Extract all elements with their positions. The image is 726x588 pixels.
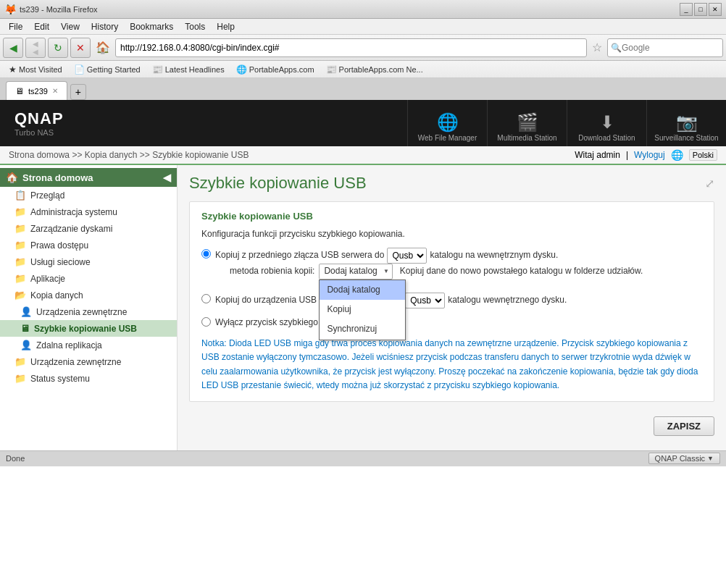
sidebar-item-uslugi[interactable]: 📁 Usługi sieciowe [0,253,177,270]
qnap-header: QNAP Turbo NAS 🌐 Web File Manager 🎬 Mult… [0,100,726,146]
sidebar-home[interactable]: 🏠 Strona domowa ◀ [0,168,177,187]
sidebar-item-urzadzenia-ext1[interactable]: 👤 Urządzenia zewnętrzne [0,303,177,320]
web-file-manager-icon: 🌐 [437,112,459,133]
menu-edit[interactable]: Edit [28,20,55,33]
bookmark-getting-started[interactable]: 📄 Getting Started [70,63,145,76]
option1-label-after: katalogu na wewnętrznym dysku. [430,248,558,262]
sidebar-item-label: Prawa dostępu [30,240,88,251]
bookmark-label: PortableApps.com [249,65,314,74]
usb-copy-icon: 🖥 [20,323,30,334]
stop-button[interactable]: ✕ [70,38,91,58]
dropdown-item-synchronizuj[interactable]: Synchronizuj [320,319,405,339]
nav-item-label: Web File Manager [418,134,477,142]
home-button[interactable]: 🏠 [93,38,113,58]
sidebar-item-label: Urządzenia zewnętrzne [36,307,127,317]
option1-folder-select[interactable]: Qusb [387,248,427,264]
main-area: 🏠 Strona domowa ◀ 📋 Przegląd 📁 Administr… [0,165,726,450]
bookmark-latest-headlines[interactable]: 📰 Latest Headlines [148,63,229,76]
language-selector[interactable]: Polski [689,149,717,161]
menu-file[interactable]: File [3,20,28,33]
bookmark-label: Most Visited [19,65,62,74]
menu-help[interactable]: Help [211,20,241,33]
sidebar-item-label: Szybkie kopiowanie USB [34,324,137,334]
sidebar-item-aplikacje[interactable]: 📁 Aplikacje [0,270,177,287]
bookmark-portableapps-ne[interactable]: 📰 PortableApps.com Ne... [322,63,427,76]
menu-tools[interactable]: Tools [179,20,211,33]
tab-close-icon[interactable]: ✕ [52,87,58,95]
sidebar-item-dyski[interactable]: 📁 Zarządzanie dyskami [0,220,177,237]
close-button[interactable]: ✕ [709,3,722,16]
uslugi-icon: 📁 [14,256,26,267]
sidebar-item-label: Status systemu [30,374,90,384]
address-bar[interactable] [115,38,587,57]
nav-item-label: Download Station [578,134,635,142]
sidebar-item-administracja[interactable]: 📁 Administracja systemu [0,203,177,220]
note-text: Notka: Dioda LED USB miga gdy trwa proce… [201,337,702,392]
sidebar-item-status[interactable]: 📁 Status systemu [0,370,177,387]
tabs-bar: 🖥 ts239 ✕ + [0,78,726,100]
option2-folder-select[interactable]: Qusb [405,293,445,308]
nav-download-station[interactable]: ⬇ Download Station [567,100,646,146]
sidebar-collapse-icon[interactable]: ◀ [163,172,171,183]
method-desc: Kopiuj dane do nowo powstałego katalogu … [400,264,643,278]
menu-bar: File Edit View History Bookmarks Tools H… [0,19,726,35]
maximize-button[interactable]: □ [694,3,707,16]
url-input[interactable] [120,43,582,53]
nav-item-label: Multimedia Station [497,134,556,142]
sidebar-item-label: Aplikacje [30,274,65,284]
sidebar-item-urzadzenia-ext2[interactable]: 📁 Urządzenia zewnętrzne [0,353,177,370]
forward-button[interactable]: ◀◀ [25,38,46,58]
sidebar-item-zdalna[interactable]: 👤 Zdalna replikacja [0,337,177,353]
bookmark-portableapps[interactable]: 🌐 PortableApps.com [232,63,319,76]
menu-bookmarks[interactable]: Bookmarks [124,20,179,33]
option2-label-after: katalogu wewnętrznego dysku. [448,293,567,307]
method-dropdown-btn[interactable]: Dodaj katalog [319,264,392,280]
bookmark-label: Latest Headlines [165,65,225,74]
new-tab-button[interactable]: + [70,84,86,100]
menu-history[interactable]: History [85,20,124,33]
minimize-button[interactable]: _ [680,3,693,16]
bookmark-star[interactable]: ☆ [592,41,602,54]
bookmark-label: Getting Started [87,65,141,74]
logout-link[interactable]: Wyloguj [634,150,665,160]
expand-icon[interactable]: ⤢ [705,177,714,190]
reload-button[interactable]: ↻ [48,38,68,58]
window-controls[interactable]: _ □ ✕ [680,3,722,16]
dyski-icon: 📁 [14,223,26,234]
config-desc: Konfiguracja funkcji przycisku szybkiego… [201,229,702,239]
status-bar: Done QNAP Classic ▼ [0,450,726,466]
method-label: metoda robienia kopii: [230,264,314,278]
bookmark-most-visited[interactable]: ★ Most Visited [4,63,67,76]
nav-surveillance-station[interactable]: 📷 Surveillance Station [646,100,726,146]
option2-radio[interactable] [201,294,211,303]
status-icon: 📁 [14,373,26,384]
star-icon: ★ [9,64,17,75]
nav-web-file-manager[interactable]: 🌐 Web File Manager [407,100,487,146]
dropdown-item-dodaj[interactable]: Dodaj katalog [320,280,405,300]
tab-favicon: 🖥 [15,86,24,96]
globe-icon: 🌐 [236,64,247,75]
search-bar[interactable]: 🔍 ▼ [607,38,723,57]
option2-label: Kopiuj do urządzenia USB na przednim pan… [215,293,702,308]
save-button[interactable]: ZAPISZ [654,416,714,436]
option3-radio[interactable] [201,317,211,327]
sidebar-item-kopia[interactable]: 📂 Kopia danych [0,287,177,303]
option1-radio[interactable] [201,249,211,259]
qnap-classic-button[interactable]: QNAP Classic ▼ [648,453,720,464]
search-input[interactable] [622,43,726,53]
logo-text: QNAP [14,109,64,128]
breadcrumb: Strona domowa >> Kopia danych >> Szybkie… [9,150,249,160]
dropdown-item-kopiuj[interactable]: Kopiuj [320,300,405,319]
sidebar-item-usb-copy[interactable]: 🖥 Szybkie kopiowanie USB [0,320,177,337]
sidebar-item-label: Administracja systemu [30,207,117,217]
tab-ts239[interactable]: 🖥 ts239 ✕ [6,81,67,100]
surveillance-station-icon: 📷 [676,112,698,133]
news-icon: 📰 [152,64,163,75]
menu-view[interactable]: View [55,20,85,33]
sidebar-item-przeglad[interactable]: 📋 Przegląd [0,187,177,203]
sidebar-item-prawa[interactable]: 📁 Prawa dostępu [0,237,177,253]
nav-multimedia-station[interactable]: 🎬 Multimedia Station [487,100,567,146]
tab-label: ts239 [28,87,48,96]
browser-title: ts239 - Mozilla Firefox [20,5,98,14]
back-button[interactable]: ◀ [3,38,23,58]
